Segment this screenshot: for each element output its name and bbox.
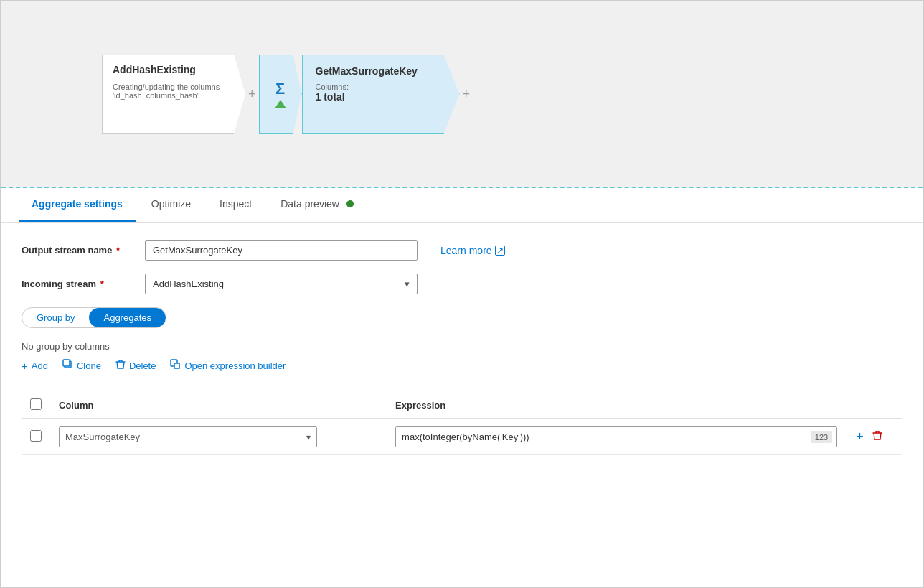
chevron-down-icon — [405, 279, 410, 289]
node2-count: 1 total — [316, 91, 446, 103]
svg-rect-1 — [63, 360, 70, 366]
tab-inspect[interactable]: Inspect — [207, 188, 265, 222]
row-add-button[interactable]: + — [854, 429, 865, 444]
col-header-expression: Expression — [387, 393, 846, 419]
external-link-icon: ↗ — [495, 246, 505, 256]
column-name-input[interactable] — [60, 427, 301, 447]
bottom-panel: Aggregate settings Optimize Inspect Data… — [1, 188, 923, 588]
clone-icon — [62, 359, 73, 372]
sigma-icon: Σ — [275, 80, 285, 98]
node1-desc: Creating/updating the columns 'id_hash, … — [113, 83, 235, 100]
col-header-actions — [846, 393, 902, 419]
action-bar: + Add Clone Delete — [22, 359, 902, 381]
trash-icon — [116, 359, 126, 372]
aggregates-table: Column Expression — [22, 393, 902, 455]
incoming-stream-dropdown[interactable]: AddHashExisting — [145, 274, 418, 294]
row-checkbox-cell — [22, 419, 50, 455]
toggle-group: Group by Aggregates — [22, 307, 166, 328]
node-addHashExisting[interactable]: AddHashExisting Creating/updating the co… — [102, 55, 245, 134]
select-all-checkbox[interactable] — [30, 398, 42, 410]
expression-builder-icon — [170, 359, 181, 372]
group-by-toggle[interactable]: Group by — [22, 308, 89, 327]
canvas-area: AddHashExisting Creating/updating the co… — [1, 1, 923, 188]
expression-input-wrap: 123 — [395, 426, 837, 447]
tab-aggregate-settings[interactable]: Aggregate settings — [19, 188, 136, 222]
tab-data-preview[interactable]: Data preview — [268, 188, 367, 222]
row-actions-cell: + — [846, 419, 902, 455]
aggregate-node[interactable]: Σ — [259, 55, 302, 134]
add-icon: + — [22, 360, 28, 372]
column-dropdown-icon[interactable] — [301, 432, 316, 442]
no-group-text: No group by columns — [22, 341, 902, 352]
tab-optimize[interactable]: Optimize — [138, 188, 204, 222]
output-stream-label: Output stream name * — [22, 245, 136, 256]
required-marker2: * — [98, 279, 104, 289]
row-delete-button[interactable] — [871, 429, 884, 444]
aggregates-toggle[interactable]: Aggregates — [89, 308, 166, 327]
incoming-stream-label: Incoming stream * — [22, 279, 136, 289]
data-preview-dot — [346, 200, 354, 207]
required-marker: * — [113, 245, 120, 256]
node1-title: AddHashExisting — [113, 64, 235, 75]
expression-input[interactable] — [396, 427, 811, 447]
row-actions: + — [854, 429, 894, 444]
output-stream-row: Output stream name * Learn more ↗ — [22, 240, 902, 261]
connector2: + — [460, 87, 473, 102]
open-expression-builder-button[interactable]: Open expression builder — [170, 359, 286, 372]
col-header-checkbox — [22, 393, 50, 419]
output-stream-input[interactable] — [145, 240, 418, 261]
connector1: + — [245, 87, 259, 102]
column-cell — [50, 419, 387, 455]
form-area: Output stream name * Learn more ↗ Incomi… — [1, 223, 923, 588]
add-button[interactable]: + Add — [22, 360, 48, 372]
col-header-column: Column — [50, 393, 387, 419]
clone-button[interactable]: Clone — [62, 359, 101, 372]
learn-more-link[interactable]: Learn more ↗ — [440, 245, 505, 256]
incoming-stream-row: Incoming stream * AddHashExisting — [22, 274, 902, 294]
node2-title: GetMaxSurrogateKey — [316, 65, 446, 77]
expression-type-badge: 123 — [811, 431, 832, 443]
node2-sub: Columns: — [316, 83, 446, 91]
table-row: 123 + — [22, 419, 902, 455]
node-getMaxSurrogateKey[interactable]: GetMaxSurrogateKey Columns: 1 total — [302, 55, 460, 134]
row-checkbox[interactable] — [30, 430, 42, 442]
column-input-wrap — [59, 426, 317, 447]
tab-bar: Aggregate settings Optimize Inspect Data… — [1, 188, 923, 223]
aggregate-triangle-icon — [275, 100, 286, 108]
table-header-row: Column Expression — [22, 393, 902, 419]
delete-button[interactable]: Delete — [116, 359, 156, 372]
expression-cell: 123 — [387, 419, 846, 455]
